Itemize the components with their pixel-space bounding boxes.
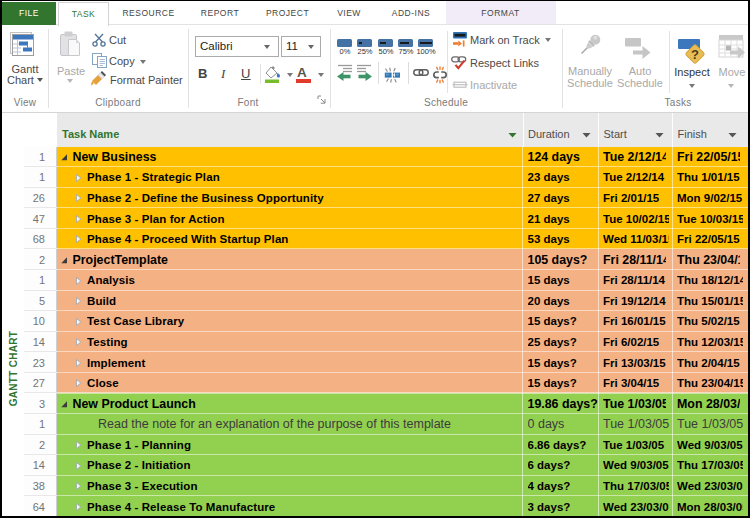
svg-text:?: ? — [691, 47, 699, 62]
